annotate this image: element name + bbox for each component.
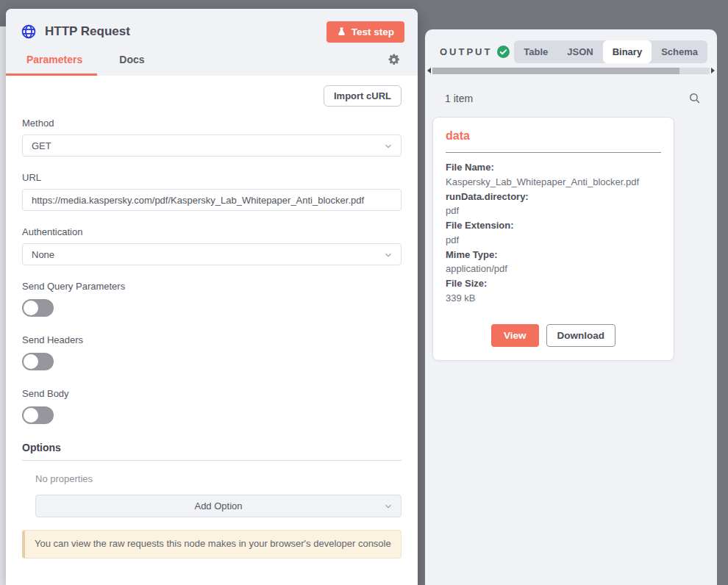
file-size-value: 339 kB bbox=[446, 291, 661, 306]
add-option-label: Add Option bbox=[194, 500, 242, 512]
authentication-label: Authentication bbox=[22, 226, 402, 237]
output-tab-schema[interactable]: Schema bbox=[652, 40, 707, 63]
file-size-label: File Size: bbox=[446, 276, 661, 291]
url-input[interactable] bbox=[22, 189, 402, 211]
output-tab-table[interactable]: Table bbox=[514, 40, 557, 63]
output-tab-json[interactable]: JSON bbox=[557, 40, 602, 63]
test-step-button[interactable]: Test step bbox=[326, 21, 404, 43]
search-icon[interactable] bbox=[688, 92, 701, 104]
no-properties-text: No properties bbox=[35, 473, 402, 484]
binary-data-card: data File Name: Kaspersky_Lab_Whitepaper… bbox=[432, 117, 674, 361]
items-count: 1 item bbox=[445, 93, 473, 104]
url-label: URL bbox=[22, 172, 402, 183]
import-curl-button[interactable]: Import cURL bbox=[324, 85, 402, 107]
method-select[interactable]: GET bbox=[22, 134, 402, 157]
view-button[interactable]: View bbox=[491, 324, 539, 347]
output-panel: OUTPUT Table JSON Binary Schema 1 item d… bbox=[425, 29, 717, 585]
rundata-directory-value: pdf bbox=[446, 204, 661, 218]
parameters-form: Import cURL Method GET URL Authenticatio… bbox=[6, 76, 418, 559]
output-tab-binary[interactable]: Binary bbox=[603, 40, 652, 63]
send-headers-toggle[interactable] bbox=[22, 353, 54, 370]
file-extension-label: File Extension: bbox=[446, 218, 661, 233]
active-tab-underline bbox=[6, 73, 97, 76]
file-extension-value: pdf bbox=[446, 233, 661, 248]
tab-docs[interactable]: Docs bbox=[119, 54, 144, 65]
mime-type-label: Mime Type: bbox=[446, 248, 661, 262]
canvas-edge-strip bbox=[0, 26, 6, 585]
node-header: HTTP Request Test step Parameters Docs bbox=[6, 9, 418, 76]
chevron-down-icon bbox=[383, 501, 393, 512]
options-section-title: Options bbox=[22, 442, 402, 461]
chevron-down-icon bbox=[383, 250, 393, 260]
success-check-icon bbox=[497, 46, 510, 58]
tab-parameters[interactable]: Parameters bbox=[26, 54, 82, 65]
toggle-knob bbox=[24, 301, 38, 315]
method-label: Method bbox=[22, 118, 402, 129]
chevron-down-icon bbox=[383, 141, 393, 151]
send-query-parameters-label: Send Query Parameters bbox=[22, 281, 402, 292]
scrollbar-track[interactable] bbox=[432, 68, 710, 74]
authentication-select[interactable]: None bbox=[22, 243, 402, 265]
binary-key-title: data bbox=[446, 129, 661, 143]
file-name-label: File Name: bbox=[446, 160, 661, 175]
globe-icon bbox=[21, 24, 37, 40]
scrollbar-thumb[interactable] bbox=[432, 68, 679, 74]
send-body-label: Send Body bbox=[22, 388, 402, 399]
authentication-value: None bbox=[32, 249, 54, 260]
gear-icon[interactable] bbox=[388, 54, 400, 66]
file-name-value: Kaspersky_Lab_Whitepaper_Anti_blocker.pd… bbox=[446, 175, 661, 190]
send-body-toggle[interactable] bbox=[22, 406, 54, 424]
node-details-panel: HTTP Request Test step Parameters Docs I… bbox=[6, 9, 418, 585]
scroll-left-arrow[interactable] bbox=[427, 68, 431, 73]
method-value: GET bbox=[32, 140, 51, 151]
send-query-parameters-toggle[interactable] bbox=[22, 299, 54, 317]
download-button[interactable]: Download bbox=[546, 324, 616, 347]
send-headers-label: Send Headers bbox=[22, 334, 402, 345]
rundata-directory-label: runData.directory: bbox=[446, 190, 661, 204]
card-divider bbox=[446, 152, 661, 153]
output-tab-group: Table JSON Binary Schema bbox=[514, 40, 707, 63]
toggle-knob bbox=[24, 354, 38, 369]
output-panel-title: OUTPUT bbox=[440, 46, 492, 57]
test-step-label: Test step bbox=[351, 26, 394, 37]
raw-requests-notice: You can view the raw requests this node … bbox=[22, 530, 402, 559]
horizontal-scrollbar bbox=[425, 67, 717, 74]
flask-icon bbox=[337, 26, 346, 37]
add-option-button[interactable]: Add Option bbox=[35, 495, 402, 517]
node-title: HTTP Request bbox=[45, 24, 130, 39]
mime-type-value: application/pdf bbox=[446, 262, 661, 276]
toggle-knob bbox=[24, 408, 38, 423]
scroll-right-arrow[interactable] bbox=[711, 68, 715, 73]
